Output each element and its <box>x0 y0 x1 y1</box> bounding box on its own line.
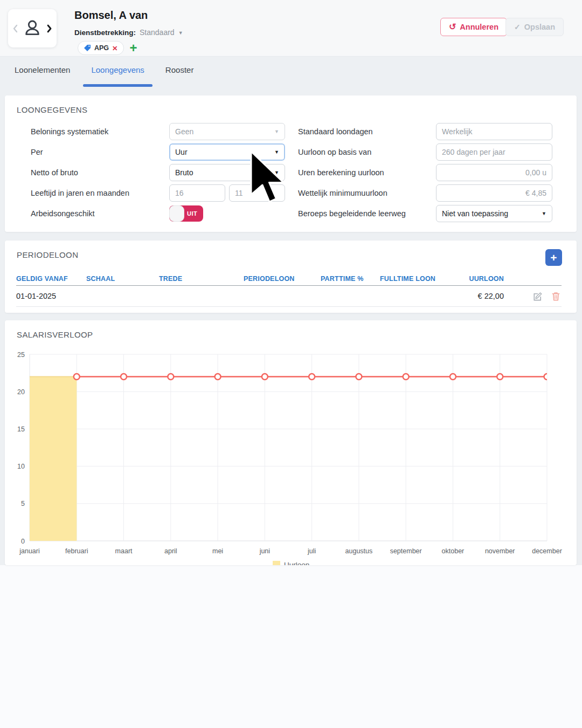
chevron-down-icon: ▼ <box>538 211 546 216</box>
form-row-arbeidsongeschikt: ArbeidsongeschiktUIT <box>5 203 291 224</box>
salary-chart: 0510152025januarifebruarimaartaprilmeiju… <box>5 342 577 565</box>
tab-bar: LoonelementenLoongegevensRooster <box>12 57 196 88</box>
svg-text:april: april <box>164 547 177 555</box>
svg-text:25: 25 <box>17 351 25 359</box>
field-label-beroeps-begeleidende-leerweg: Beroeps begeleidende leerweg <box>298 209 436 218</box>
input-standaard-loondagen[interactable]: Werkelijk <box>436 123 552 140</box>
cancel-button[interactable]: ↺ Annuleren <box>440 18 507 36</box>
select-value: Uur <box>175 148 188 156</box>
field-label-uren-berekening-uurloon: Uren berekening uurloon <box>298 168 436 177</box>
input-leeftijd-in-jaren-en-maanden-months[interactable]: 11 <box>229 184 285 202</box>
toggle-knob <box>169 205 184 222</box>
add-tag-button[interactable]: + <box>130 43 137 53</box>
svg-text:september: september <box>390 547 422 555</box>
delete-row-icon[interactable] <box>550 291 562 302</box>
form-row-leeftijd-in-jaren-en-maanden: Leeftijd in jaren en maanden1611 <box>5 183 291 203</box>
period-wage-heading: PERIODELOON <box>17 250 78 259</box>
table-cell: 01-01-2025 <box>16 292 86 300</box>
table-header-row: GELDIG VANAFSCHAALTREDEPERIODELOONPARTTI… <box>16 272 562 286</box>
salary-chart-card: SALARISVERLOOP 0510152025januarifebruari… <box>5 320 577 565</box>
svg-text:10: 10 <box>17 463 25 470</box>
employment-select[interactable]: Standaard <box>140 28 175 37</box>
select-beroeps-begeleidende-leerweg[interactable]: Niet van toepassing▼ <box>436 205 552 222</box>
svg-text:juli: juli <box>307 547 316 555</box>
remove-tag-icon[interactable]: ✕ <box>112 44 117 52</box>
tab-loonelementen[interactable]: Loonelementen <box>12 57 73 88</box>
save-button[interactable]: ✓ Opslaan <box>505 18 564 36</box>
svg-text:december: december <box>532 547 562 555</box>
chevron-down-icon: ▼ <box>271 129 279 134</box>
tab-rooster[interactable]: Rooster <box>163 57 197 88</box>
chevron-down-icon[interactable]: ▼ <box>178 29 183 36</box>
employee-avatar-icon <box>22 18 43 39</box>
select-value: Bruto <box>175 168 193 177</box>
svg-text:maart: maart <box>115 547 133 555</box>
svg-text:15: 15 <box>17 425 25 433</box>
svg-text:0: 0 <box>21 538 25 545</box>
wage-data-card: LOONGEGEVENS Belonings systematiekGeen▼P… <box>5 95 577 232</box>
check-icon: ✓ <box>514 23 521 31</box>
wage-data-form: Belonings systematiekGeen▼PerUur▼Netto o… <box>5 121 577 224</box>
input-uurloon-op-basis-van[interactable]: 260 dagen per jaar <box>436 143 552 161</box>
edit-row-icon[interactable] <box>532 291 543 302</box>
period-wage-card: PERIODELOON + GELDIG VANAFSCHAALTREDEPER… <box>5 241 577 313</box>
input-leeftijd-in-jaren-en-maanden-years[interactable]: 16 <box>169 184 225 202</box>
svg-text:20: 20 <box>17 388 25 396</box>
select-belonings-systematiek[interactable]: Geen▼ <box>169 123 285 140</box>
input-uren-berekening-uurloon[interactable]: 0,00 u <box>436 164 552 181</box>
tag-icon <box>84 44 91 52</box>
field-label-netto-of-bruto: Netto of bruto <box>31 168 169 177</box>
add-period-wage-button[interactable]: + <box>545 249 562 266</box>
field-label-wettelijk-minimumuurloon: Wettelijk minimumuurloon <box>298 189 436 197</box>
page-header: Bomsel, A van Dienstbetrekking: Standaar… <box>0 0 582 57</box>
cancel-button-label: Annuleren <box>460 23 498 31</box>
field-label-uurloon-op-basis-van: Uurloon op basis van <box>298 148 436 156</box>
svg-text:Uurloon: Uurloon <box>284 561 309 565</box>
input-wettelijk-minimumuurloon[interactable]: € 4,85 <box>436 184 552 202</box>
tag-label: APG <box>94 44 109 52</box>
form-row-uren-berekening-uurloon: Uren berekening uurloon0,00 u <box>291 162 577 183</box>
form-row-per: PerUur▼ <box>5 142 291 162</box>
svg-text:5: 5 <box>21 500 25 507</box>
svg-text:oktober: oktober <box>442 547 465 555</box>
employment-label: Dienstbetrekking: <box>74 29 136 37</box>
form-row-belonings-systematiek: Belonings systematiekGeen▼ <box>5 121 291 142</box>
field-label-leeftijd-in-jaren-en-maanden: Leeftijd in jaren en maanden <box>31 189 169 197</box>
form-row-standaard-loondagen: Standaard loondagenWerkelijk <box>291 121 577 142</box>
tab-loongegevens[interactable]: Loongegevens <box>88 57 147 88</box>
column-header-schaal[interactable]: SCHAAL <box>86 275 159 283</box>
table-cell: € 22,00 <box>469 292 504 300</box>
svg-text:juni: juni <box>259 547 270 555</box>
column-header-uurloon[interactable]: UURLOON <box>469 275 504 283</box>
chevron-down-icon: ▼ <box>271 170 279 175</box>
select-netto-of-bruto[interactable]: Bruto▼ <box>169 164 285 181</box>
field-label-per: Per <box>31 148 169 156</box>
form-row-wettelijk-minimumuurloon: Wettelijk minimumuurloon€ 4,85 <box>291 183 577 203</box>
column-header-periodeloon[interactable]: PERIODELOON <box>244 275 321 283</box>
svg-text:januari: januari <box>19 547 40 555</box>
field-label-belonings-systematiek: Belonings systematiek <box>31 127 169 136</box>
column-header-parttime[interactable]: PARTTIME % <box>321 275 380 283</box>
select-per[interactable]: Uur▼ <box>169 143 285 161</box>
toggle-state-label: UIT <box>187 210 197 217</box>
save-button-label: Opslaan <box>524 23 555 31</box>
form-row-beroeps-begeleidende-leerweg: Beroeps begeleidende leerwegNiet van toe… <box>291 203 577 224</box>
prev-employee-icon[interactable] <box>12 24 19 33</box>
column-header-trede[interactable]: TREDE <box>159 275 244 283</box>
page: Bomsel, A van Dienstbetrekking: Standaar… <box>0 0 582 728</box>
toggle-arbeidsongeschikt[interactable]: UIT <box>169 205 203 222</box>
select-value: Niet van toepassing <box>442 209 508 218</box>
page-title: Bomsel, A van <box>74 9 148 22</box>
svg-text:november: november <box>485 547 515 555</box>
next-employee-icon[interactable] <box>46 24 53 33</box>
column-header-geldig-vanaf[interactable]: GELDIG VANAF <box>16 275 86 283</box>
select-value: Geen <box>175 127 193 136</box>
period-wage-table: GELDIG VANAFSCHAALTREDEPERIODELOONPARTTI… <box>16 272 562 307</box>
svg-text:mei: mei <box>212 547 223 555</box>
employee-avatar-card[interactable] <box>8 9 57 47</box>
tag-pill: APG ✕ <box>78 41 124 55</box>
employment-row: Dienstbetrekking: Standaard ▼ <box>74 28 183 37</box>
svg-text:februari: februari <box>65 547 88 555</box>
chevron-down-icon: ▼ <box>271 149 279 155</box>
column-header-fulltime-loon[interactable]: FULLTIME LOON <box>380 275 469 283</box>
